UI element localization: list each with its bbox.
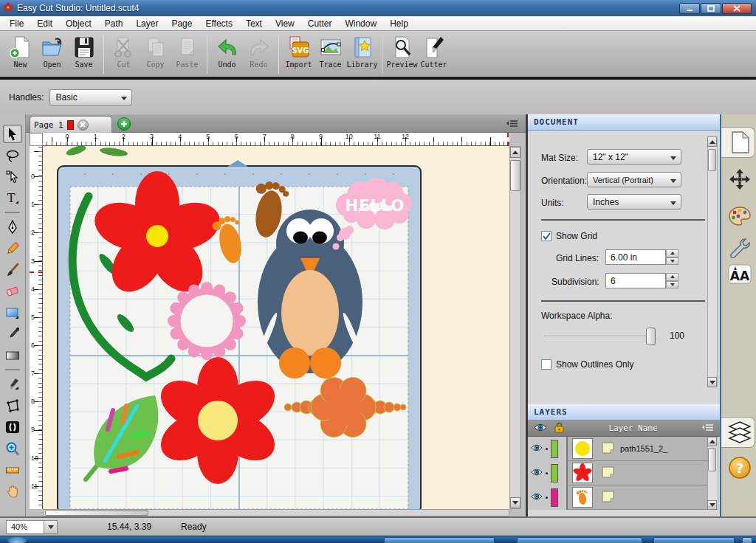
layer-thumbnail-yellow-circle[interactable] [572,438,593,459]
menu-item[interactable]: Help [383,17,415,30]
cutter-button[interactable]: Cutter [418,34,450,69]
mat-size-select[interactable]: 12" x 12" [587,149,681,165]
subdivision-input[interactable]: 6 [605,273,666,288]
layer-thumbnail-orange-footprint[interactable] [572,487,593,508]
lock-dot[interactable] [546,472,548,474]
minimize-button[interactable] [679,3,700,14]
show-desktop-button[interactable] [742,537,752,543]
cut-button[interactable]: Cut [108,34,140,69]
lock-dot[interactable] [546,497,548,499]
start-button[interactable] [7,537,27,543]
layer-color-tag[interactable] [551,464,558,483]
canvas-viewport[interactable]: HELLO [43,146,509,509]
menu-item[interactable]: Window [338,17,383,30]
scrollbar-thumb[interactable] [45,510,148,516]
slider-handle[interactable] [646,328,656,345]
close-button[interactable] [722,3,752,14]
maximize-button[interactable] [701,3,721,14]
menu-item[interactable]: Object [59,17,98,30]
document-properties-tab[interactable] [728,131,752,154]
lasso-tool[interactable] [3,146,22,165]
layers-panel-header[interactable]: LAYERS [528,404,720,421]
menu-item[interactable]: Cutter [301,17,339,30]
layer-color-tag[interactable] [551,440,558,458]
visibility-eye-icon[interactable] [534,423,547,434]
gradient-tool[interactable] [3,346,22,364]
visibility-eye-icon[interactable] [531,492,543,502]
new-button[interactable]: New [4,34,36,69]
menu-item[interactable]: Edit [30,17,59,30]
warp-node-tool[interactable] [3,396,22,415]
canvas-horizontal-scrollbar[interactable] [43,509,509,516]
menu-item[interactable]: Effects [199,17,238,30]
scrollbar-thumb[interactable] [510,160,520,191]
layer-row[interactable]: path1551_2_ [528,437,708,461]
layers-tab[interactable] [728,421,752,444]
settings-wrench-tab[interactable] [728,236,752,260]
eyedropper-tool[interactable] [3,325,22,343]
scrollbar-thumb[interactable] [708,448,716,471]
layers-options-menu-icon[interactable] [702,423,714,434]
pink-scallop-frame-shape[interactable] [168,282,246,360]
open-button[interactable]: Open [36,34,68,69]
trace-button[interactable]: Trace [315,34,346,69]
text-tool[interactable]: T [3,189,22,207]
pen-tool[interactable] [3,218,22,236]
taskbar-item[interactable] [384,537,495,543]
visibility-eye-icon[interactable] [531,468,543,478]
preview-button[interactable]: Preview [386,34,418,69]
document-panel-scrollbar[interactable] [707,136,718,387]
scroll-down-icon[interactable] [707,377,717,387]
copy-button[interactable]: Copy [140,34,171,69]
scroll-down-icon[interactable] [510,497,520,508]
move-tab[interactable] [728,167,752,191]
scroll-up-icon[interactable] [510,147,520,158]
mirror-tool[interactable] [3,418,22,436]
lock-dot[interactable] [546,448,548,450]
layer-color-tag[interactable] [551,488,558,507]
document-panel-header[interactable]: DOCUMENT [528,114,720,131]
grid-lines-input[interactable]: 6.00 in [605,249,666,265]
import-button[interactable]: SVG Import [283,34,315,69]
layer-row[interactable] [528,461,708,485]
grid-lines-spinner[interactable] [666,249,678,265]
taskbar-item[interactable] [653,537,735,543]
units-select[interactable]: Inches [587,194,681,210]
subdivision-spinner[interactable] [666,273,678,288]
save-button[interactable]: Save [68,34,100,69]
tab-options-menu-icon[interactable] [506,120,518,130]
redo-button[interactable]: Redo [243,34,275,69]
page-color-swatch[interactable] [67,120,74,130]
scroll-down-icon[interactable] [707,500,717,510]
shape-tool[interactable] [3,303,22,322]
zoom-dropdown-button[interactable] [44,520,58,534]
menu-item[interactable]: Path [98,17,130,30]
scrollbar-thumb[interactable] [708,149,716,171]
fonts-tab[interactable]: AA [728,262,752,286]
measure-tool[interactable] [3,460,22,479]
close-page-icon[interactable] [78,120,89,131]
orientation-select[interactable]: Vertical (Portrait) [587,172,681,187]
layers-scrollbar[interactable] [707,437,718,510]
zoom-tool[interactable] [3,439,22,457]
paste-button[interactable]: Paste [171,34,203,69]
show-grid-checkbox[interactable] [541,231,551,241]
note-icon[interactable] [602,491,614,505]
menu-item[interactable]: Page [165,17,199,30]
lock-icon[interactable] [554,422,564,435]
note-icon[interactable] [602,466,614,480]
brush-tool[interactable] [3,260,22,279]
eraser-tool[interactable] [3,282,22,300]
help-tab[interactable]: ? [728,456,752,480]
menu-item[interactable]: Text [239,17,269,30]
pan-hand-tool[interactable] [3,482,22,500]
visibility-eye-icon[interactable] [531,443,543,454]
layer-thumbnail-red-flower[interactable] [572,463,593,483]
add-page-button[interactable] [117,117,131,131]
page-tab[interactable]: Page 1 [30,116,112,133]
node-select-tool[interactable] [3,167,22,186]
menu-item[interactable]: Layer [129,17,165,30]
scroll-up-icon[interactable] [707,437,717,446]
pencil-tool[interactable] [3,239,22,257]
library-button[interactable]: Library [346,34,378,69]
